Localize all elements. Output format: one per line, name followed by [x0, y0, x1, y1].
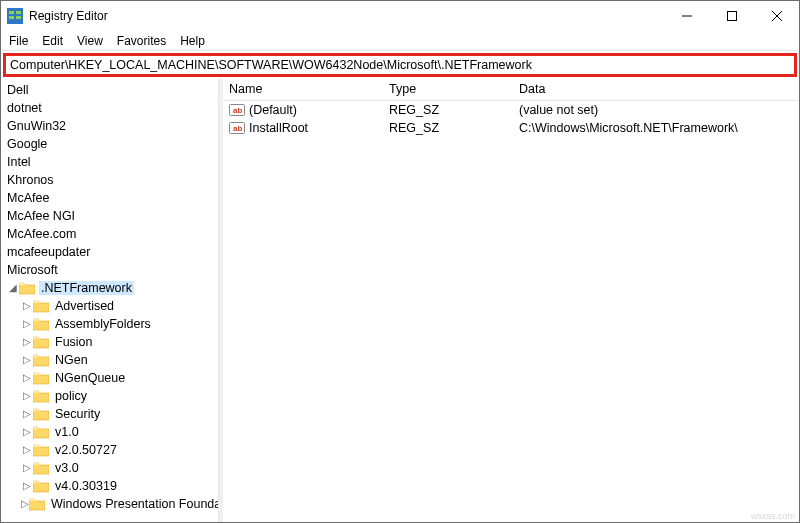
tree-item-label: v3.0 [53, 461, 81, 475]
disclosure-icon[interactable]: ▷ [21, 337, 33, 347]
window-title: Registry Editor [29, 9, 664, 23]
tree-item[interactable]: Khronos [1, 171, 218, 189]
tree-item[interactable]: ▷Advertised [1, 297, 218, 315]
list-row[interactable]: abInstallRootREG_SZC:\Windows\Microsoft.… [223, 119, 799, 137]
tree-item[interactable]: Intel [1, 153, 218, 171]
tree-item[interactable]: Dell [1, 81, 218, 99]
tree-item[interactable]: McAfee.com [1, 225, 218, 243]
value-data: C:\Windows\Microsoft.NET\Framework\ [519, 121, 738, 135]
menu-file[interactable]: File [9, 34, 28, 48]
disclosure-icon[interactable]: ▷ [21, 355, 33, 365]
tree-item[interactable]: ▷Security [1, 405, 218, 423]
tree-item-label: v1.0 [53, 425, 81, 439]
disclosure-icon[interactable]: ▷ [21, 373, 33, 383]
tree-item[interactable]: Google [1, 135, 218, 153]
disclosure-icon[interactable]: ▷ [21, 391, 33, 401]
titlebar[interactable]: Registry Editor [1, 1, 799, 31]
tree-item-label: Khronos [5, 173, 56, 187]
column-header-data[interactable]: Data [513, 79, 799, 100]
tree-item[interactable]: ▷v2.0.50727 [1, 441, 218, 459]
tree-item[interactable]: ▷policy [1, 387, 218, 405]
column-header-type[interactable]: Type [383, 79, 513, 100]
tree-pane[interactable]: DelldotnetGnuWin32GoogleIntelKhronosMcAf… [1, 79, 219, 522]
disclosure-icon[interactable]: ▷ [21, 301, 33, 311]
tree-item-label: .NETFramework [39, 281, 134, 295]
svg-text:ab: ab [233, 124, 242, 133]
column-header-name[interactable]: Name [223, 79, 383, 100]
value-name: InstallRoot [249, 121, 308, 135]
tree-item[interactable]: ▷v3.0 [1, 459, 218, 477]
disclosure-icon[interactable]: ▷ [21, 445, 33, 455]
tree-item[interactable]: dotnet [1, 99, 218, 117]
tree-item[interactable]: ▷v1.0 [1, 423, 218, 441]
disclosure-icon[interactable]: ▷ [21, 319, 33, 329]
tree-item-label: AssemblyFolders [53, 317, 153, 331]
tree-item[interactable]: ▷Windows Presentation Foundat [1, 495, 218, 513]
close-button[interactable] [754, 1, 799, 31]
tree-item[interactable]: ▷NGenQueue [1, 369, 218, 387]
value-data: (value not set) [519, 103, 598, 117]
list-header: Name Type Data [223, 79, 799, 101]
tree-item-label: mcafeeupdater [5, 245, 92, 259]
tree-item-label: NGen [53, 353, 90, 367]
tree-item-label: v2.0.50727 [53, 443, 119, 457]
menu-view[interactable]: View [77, 34, 103, 48]
tree-item[interactable]: McAfee [1, 189, 218, 207]
tree-item[interactable]: ▷NGen [1, 351, 218, 369]
svg-text:ab: ab [233, 106, 242, 115]
tree-item-label: Security [53, 407, 102, 421]
tree-item[interactable]: ▷Fusion [1, 333, 218, 351]
tree-item[interactable]: Microsoft [1, 261, 218, 279]
tree-item-label: Intel [5, 155, 33, 169]
tree-item-label: NGenQueue [53, 371, 127, 385]
value-name: (Default) [249, 103, 297, 117]
menu-help[interactable]: Help [180, 34, 205, 48]
tree-item-label: Windows Presentation Foundat [49, 497, 219, 511]
tree-item-label: Microsoft [5, 263, 60, 277]
svg-rect-4 [16, 16, 21, 19]
tree-item[interactable]: ▷v4.0.30319 [1, 477, 218, 495]
address-text: Computer\HKEY_LOCAL_MACHINE\SOFTWARE\WOW… [10, 58, 532, 72]
svg-rect-2 [16, 11, 21, 14]
menu-favorites[interactable]: Favorites [117, 34, 166, 48]
maximize-button[interactable] [709, 1, 754, 31]
tree-item[interactable]: mcafeeupdater [1, 243, 218, 261]
tree-item-label: McAfee NGI [5, 209, 77, 223]
value-type: REG_SZ [389, 103, 439, 117]
list-pane[interactable]: Name Type Data ab(Default)REG_SZ(value n… [223, 79, 799, 522]
tree-item-label: McAfee [5, 191, 51, 205]
address-bar-wrap: Computer\HKEY_LOCAL_MACHINE\SOFTWARE\WOW… [1, 51, 799, 79]
disclosure-icon[interactable]: ▷ [21, 427, 33, 437]
disclosure-icon[interactable]: ▷ [21, 409, 33, 419]
list-row[interactable]: ab(Default)REG_SZ(value not set) [223, 101, 799, 119]
disclosure-icon[interactable]: ▷ [21, 463, 33, 473]
disclosure-icon[interactable]: ◢ [7, 283, 19, 293]
svg-rect-3 [9, 16, 14, 19]
window-buttons [664, 1, 799, 31]
content-area: DelldotnetGnuWin32GoogleIntelKhronosMcAf… [1, 79, 799, 522]
tree-item-label: Fusion [53, 335, 95, 349]
tree-item-label: Dell [5, 83, 31, 97]
tree-item[interactable]: McAfee NGI [1, 207, 218, 225]
tree-item-label: policy [53, 389, 89, 403]
svg-rect-5 [727, 12, 736, 21]
tree-item-label: v4.0.30319 [53, 479, 119, 493]
list-body: ab(Default)REG_SZ(value not set)abInstal… [223, 101, 799, 137]
watermark: wsxss.com [751, 511, 795, 521]
svg-rect-1 [9, 11, 14, 14]
minimize-button[interactable] [664, 1, 709, 31]
menubar: File Edit View Favorites Help [1, 31, 799, 51]
disclosure-icon[interactable]: ▷ [21, 499, 29, 509]
value-type: REG_SZ [389, 121, 439, 135]
tree-item-label: McAfee.com [5, 227, 78, 241]
tree-item[interactable]: ▷AssemblyFolders [1, 315, 218, 333]
menu-edit[interactable]: Edit [42, 34, 63, 48]
address-bar[interactable]: Computer\HKEY_LOCAL_MACHINE\SOFTWARE\WOW… [3, 53, 797, 77]
disclosure-icon[interactable]: ▷ [21, 481, 33, 491]
tree-item-label: dotnet [5, 101, 44, 115]
tree-item[interactable]: GnuWin32 [1, 117, 218, 135]
tree-item-label: Google [5, 137, 49, 151]
tree-item[interactable]: ◢.NETFramework [1, 279, 218, 297]
registry-editor-window: Registry Editor File Edit View Favorites… [0, 0, 800, 523]
tree-item-label: Advertised [53, 299, 116, 313]
